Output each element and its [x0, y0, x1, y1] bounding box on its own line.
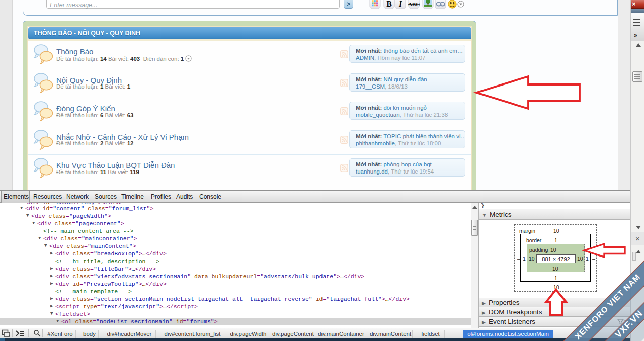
svg-text:I: I [398, 0, 403, 8]
svg-text:B: B [386, 0, 392, 8]
svg-text:ABC: ABC [408, 1, 420, 7]
